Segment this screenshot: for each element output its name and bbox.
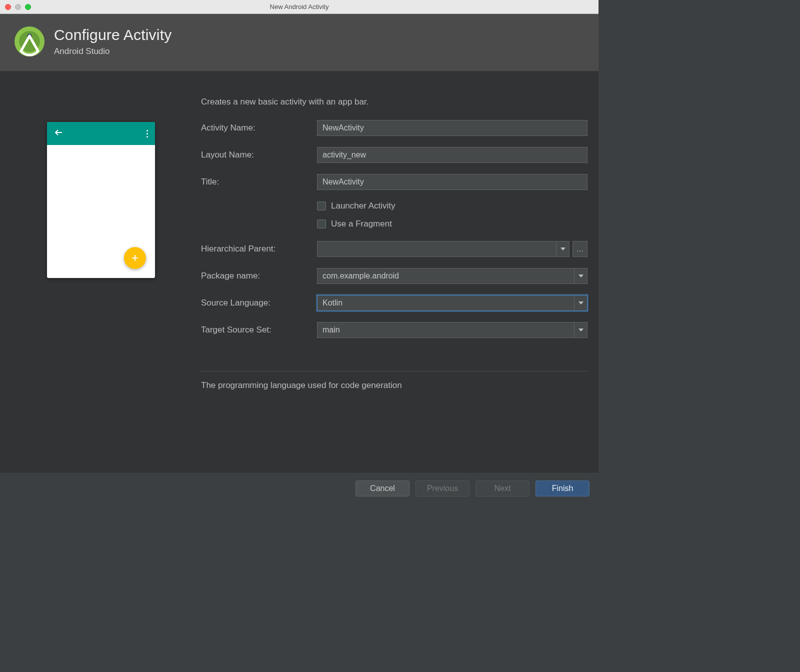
preview-body [47, 145, 155, 278]
page-title: Configure Activity [54, 26, 172, 44]
source-language-label: Source Language: [201, 298, 317, 308]
ellipsis-icon: ... [576, 245, 584, 253]
hierarchical-parent-label: Hierarchical Parent: [201, 244, 317, 254]
activity-name-input[interactable] [317, 120, 588, 136]
overflow-menu-icon [146, 130, 148, 138]
back-arrow-icon [54, 128, 63, 140]
dialog-window: New Android Activity Configure Activity … [0, 0, 598, 504]
titlebar: New Android Activity [0, 0, 598, 14]
cancel-button[interactable]: Cancel [356, 480, 410, 496]
launcher-activity-label: Launcher Activity [331, 201, 396, 211]
next-label: Next [494, 484, 511, 493]
title-input[interactable] [317, 174, 588, 190]
source-language-combo[interactable]: Kotlin [317, 295, 588, 311]
layout-name-input[interactable] [317, 147, 588, 163]
page-subtitle: Android Studio [54, 46, 172, 56]
cancel-label: Cancel [370, 484, 395, 493]
window-controls [0, 4, 31, 10]
chevron-down-icon [574, 268, 587, 284]
activity-name-label: Activity Name: [201, 123, 317, 133]
target-source-set-combo[interactable]: main [317, 322, 588, 338]
finish-button[interactable]: Finish [536, 480, 590, 496]
source-language-value: Kotlin [322, 298, 342, 308]
finish-label: Finish [552, 484, 574, 493]
wizard-header: Configure Activity Android Studio [0, 14, 598, 71]
header-texts: Configure Activity Android Studio [54, 26, 172, 56]
activity-preview [47, 122, 155, 278]
template-preview-column [6, 85, 196, 472]
package-name-label: Package name: [201, 271, 317, 281]
package-name-combo[interactable]: com.example.android [317, 268, 588, 284]
use-fragment-label: Use a Fragment [331, 219, 392, 229]
content-area: Creates a new basic activity with an app… [0, 71, 598, 472]
fab-icon [124, 247, 146, 269]
form-description: Creates a new basic activity with an app… [201, 97, 588, 107]
hierarchical-parent-combo[interactable] [317, 241, 570, 257]
configure-form: Creates a new basic activity with an app… [201, 85, 592, 472]
target-source-set-value: main [322, 326, 340, 334]
layout-name-label: Layout Name: [201, 150, 317, 160]
divider [201, 371, 588, 372]
checkbox-box-icon [317, 220, 326, 228]
use-fragment-checkbox[interactable]: Use a Fragment [317, 219, 588, 229]
launcher-activity-checkbox[interactable]: Launcher Activity [317, 201, 588, 211]
title-label: Title: [201, 177, 317, 187]
window-title: New Android Activity [0, 3, 598, 10]
chevron-down-icon [574, 322, 587, 338]
browse-parent-button[interactable]: ... [572, 241, 588, 257]
target-source-set-label: Target Source Set: [201, 325, 317, 335]
chevron-down-icon [556, 242, 569, 256]
android-studio-logo-icon [14, 26, 45, 57]
wizard-footer: Cancel Previous Next Finish [0, 472, 598, 504]
preview-appbar [47, 122, 155, 145]
previous-button[interactable]: Previous [416, 480, 470, 496]
checkbox-box-icon [317, 202, 326, 210]
close-window-button[interactable] [5, 4, 11, 10]
minimize-window-button[interactable] [15, 4, 21, 10]
previous-label: Previous [427, 484, 458, 493]
maximize-window-button[interactable] [25, 4, 31, 10]
next-button[interactable]: Next [476, 480, 530, 496]
package-name-value: com.example.android [322, 272, 399, 280]
chevron-down-icon [574, 296, 587, 310]
help-text: The programming language used for code g… [201, 380, 588, 390]
